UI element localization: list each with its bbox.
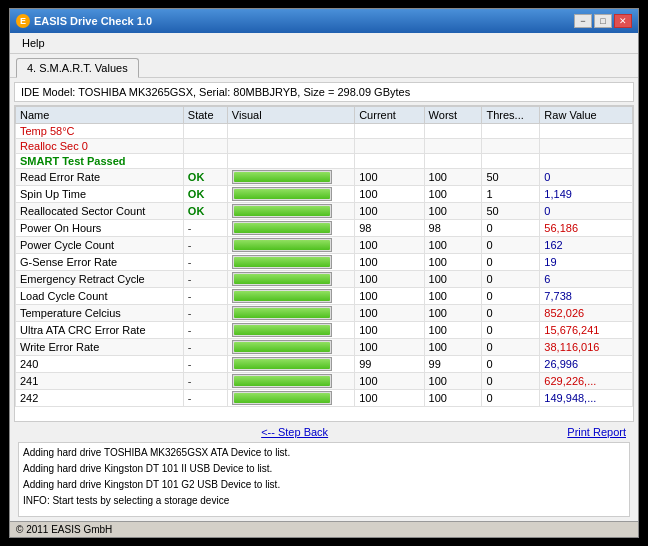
row-thresh: 1 (482, 186, 540, 203)
row-current: 100 (355, 169, 424, 186)
row-current: 100 (355, 390, 424, 407)
row-visual (227, 271, 354, 288)
row-worst: 100 (424, 373, 482, 390)
row-thresh: 0 (482, 305, 540, 322)
table-row: Realloc Sec 0 (16, 139, 633, 154)
table-row: Ultra ATA CRC Error Rate - 100 100 0 15,… (16, 322, 633, 339)
row-visual (227, 186, 354, 203)
row-thresh: 0 (482, 322, 540, 339)
main-window: E EASIS Drive Check 1.0 − □ ✕ Help 4. S.… (9, 8, 639, 538)
col-header-visual: Visual (227, 107, 354, 124)
row-raw: 852,026 (540, 305, 633, 322)
row-current: 100 (355, 271, 424, 288)
table-row: Temperature Celcius - 100 100 0 852,026 (16, 305, 633, 322)
row-worst: 100 (424, 390, 482, 407)
row-thresh: 50 (482, 203, 540, 220)
row-name: Power Cycle Count (16, 237, 184, 254)
log-entry: INFO: Start tests by selecting a storage… (23, 493, 625, 509)
close-button[interactable]: ✕ (614, 14, 632, 28)
main-content: IDE Model: TOSHIBA MK3265GSX, Serial: 80… (10, 78, 638, 521)
status-bar: © 2011 EASIS GmbH (10, 521, 638, 537)
title-bar-left: E EASIS Drive Check 1.0 (16, 14, 152, 28)
table-row: 241 - 100 100 0 629,226,... (16, 373, 633, 390)
tab-bar: 4. S.M.A.R.T. Values (10, 54, 638, 78)
row-name: G-Sense Error Rate (16, 254, 184, 271)
table-row: Read Error Rate OK 100 100 50 0 (16, 169, 633, 186)
menu-bar: Help (10, 33, 638, 54)
row-raw: 6 (540, 271, 633, 288)
table-scroll[interactable]: Name State Visual Current Worst Thres...… (15, 106, 633, 421)
row-visual (227, 339, 354, 356)
row-state: OK (183, 186, 227, 203)
step-back-button[interactable]: <-- Step Back (261, 426, 328, 438)
row-worst: 100 (424, 203, 482, 220)
action-bar: <-- Step Back Print Report (14, 422, 634, 442)
row-state: - (183, 305, 227, 322)
row-name: Write Error Rate (16, 339, 184, 356)
table-body: Temp 58°CRealloc Sec 0SMART Test Passed … (16, 124, 633, 407)
device-info: IDE Model: TOSHIBA MK3265GSX, Serial: 80… (14, 82, 634, 102)
maximize-button[interactable]: □ (594, 14, 612, 28)
col-header-state: State (183, 107, 227, 124)
row-visual (227, 237, 354, 254)
row-raw: 149,948,... (540, 390, 633, 407)
row-raw: 629,226,... (540, 373, 633, 390)
row-worst: 100 (424, 305, 482, 322)
row-current: 100 (355, 322, 424, 339)
col-header-raw: Raw Value (540, 107, 633, 124)
row-name: 241 (16, 373, 184, 390)
menu-help[interactable]: Help (16, 35, 51, 51)
row-visual (227, 305, 354, 322)
row-state: - (183, 271, 227, 288)
row-state: - (183, 220, 227, 237)
row-current: 100 (355, 237, 424, 254)
table-row: Spin Up Time OK 100 100 1 1,149 (16, 186, 633, 203)
row-raw: 26,996 (540, 356, 633, 373)
table-row: 242 - 100 100 0 149,948,... (16, 390, 633, 407)
row-worst: 100 (424, 254, 482, 271)
row-name: Temperature Celcius (16, 305, 184, 322)
row-worst: 100 (424, 271, 482, 288)
smart-table: Name State Visual Current Worst Thres...… (15, 106, 633, 407)
row-current: 100 (355, 254, 424, 271)
table-row: SMART Test Passed (16, 154, 633, 169)
row-raw: 0 (540, 203, 633, 220)
row-thresh: 0 (482, 271, 540, 288)
table-row: Power Cycle Count - 100 100 0 162 (16, 237, 633, 254)
row-current: 100 (355, 288, 424, 305)
row-name: 242 (16, 390, 184, 407)
table-row: Temp 58°C (16, 124, 633, 139)
row-visual (227, 203, 354, 220)
row-thresh: 0 (482, 373, 540, 390)
col-header-worst: Worst (424, 107, 482, 124)
window-title: EASIS Drive Check 1.0 (34, 15, 152, 27)
row-raw: 162 (540, 237, 633, 254)
row-raw: 38,116,016 (540, 339, 633, 356)
row-current: 100 (355, 373, 424, 390)
row-worst: 100 (424, 339, 482, 356)
row-worst: 100 (424, 288, 482, 305)
row-name: Spin Up Time (16, 186, 184, 203)
log-entry: Adding hard drive TOSHIBA MK3265GSX ATA … (23, 445, 625, 461)
row-name: 240 (16, 356, 184, 373)
row-state: - (183, 254, 227, 271)
row-name: Read Error Rate (16, 169, 184, 186)
tab-smart-values[interactable]: 4. S.M.A.R.T. Values (16, 58, 139, 78)
row-current: 98 (355, 220, 424, 237)
row-visual (227, 373, 354, 390)
row-raw: 56,186 (540, 220, 633, 237)
table-row: Power On Hours - 98 98 0 56,186 (16, 220, 633, 237)
log-entry: Adding hard drive Kingston DT 101 G2 USB… (23, 477, 625, 493)
row-current: 100 (355, 305, 424, 322)
log-area[interactable]: Adding hard drive TOSHIBA MK3265GSX ATA … (18, 442, 630, 517)
row-worst: 98 (424, 220, 482, 237)
row-worst: 100 (424, 186, 482, 203)
row-thresh: 0 (482, 288, 540, 305)
minimize-button[interactable]: − (574, 14, 592, 28)
row-raw: 19 (540, 254, 633, 271)
table-row: Load Cycle Count - 100 100 0 7,738 (16, 288, 633, 305)
print-report-button[interactable]: Print Report (567, 426, 626, 438)
row-current: 100 (355, 339, 424, 356)
row-thresh: 0 (482, 356, 540, 373)
row-visual (227, 390, 354, 407)
